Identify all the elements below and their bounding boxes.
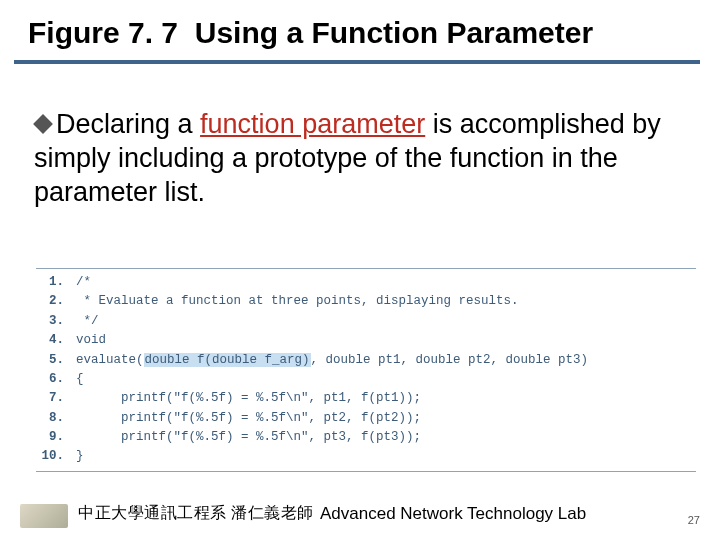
code-text: }	[76, 447, 84, 466]
line-number: 7.	[36, 389, 76, 408]
code-line: 3. */	[36, 312, 696, 331]
code-rule-top	[36, 268, 696, 269]
slide-title: Figure 7. 7 Using a Function Parameter	[28, 16, 700, 50]
code-line: 5.evaluate(double f(double f_arg), doubl…	[36, 351, 696, 370]
line-number: 8.	[36, 409, 76, 428]
code-text: /*	[76, 273, 91, 292]
line-number: 1.	[36, 273, 76, 292]
code-highlight: double f(double f_arg)	[144, 353, 311, 367]
code-listing: 1./* 2. * Evaluate a function at three p…	[36, 268, 696, 476]
footer-text-chinese: 中正大學通訊工程系 潘仁義老師	[78, 503, 314, 524]
code-text: void	[76, 331, 106, 350]
footer-text-english: Advanced Network Technology Lab	[320, 504, 586, 524]
body-pre: Declaring a	[56, 109, 200, 139]
code-line: 2. * Evaluate a function at three points…	[36, 292, 696, 311]
line-number: 3.	[36, 312, 76, 331]
line-number: 4.	[36, 331, 76, 350]
title-text: Using a Function Parameter	[195, 16, 593, 49]
diamond-bullet-icon	[33, 114, 53, 134]
code-rule-bottom	[36, 471, 696, 472]
footer: 中正大學通訊工程系 潘仁義老師 Advanced Network Technol…	[0, 500, 720, 528]
line-number: 9.	[36, 428, 76, 447]
line-number: 5.	[36, 351, 76, 370]
code-line: 6.{	[36, 370, 696, 389]
lab-logo-icon	[20, 504, 68, 528]
line-number: 10.	[36, 447, 76, 466]
code-line: 8. printf("f(%.5f) = %.5f\n", pt2, f(pt2…	[36, 409, 696, 428]
code-line: 4.void	[36, 331, 696, 350]
line-number: 2.	[36, 292, 76, 311]
code-text: {	[76, 370, 84, 389]
code-text: printf("f(%.5f) = %.5f\n", pt1, f(pt1));	[76, 389, 421, 408]
code-line: 9. printf("f(%.5f) = %.5f\n", pt3, f(pt3…	[36, 428, 696, 447]
code-text: printf("f(%.5f) = %.5f\n", pt3, f(pt3));	[76, 428, 421, 447]
code-text: * Evaluate a function at three points, d…	[76, 292, 519, 311]
title-underline	[14, 60, 700, 64]
page-number: 27	[688, 514, 700, 526]
line-number: 6.	[36, 370, 76, 389]
slide: Figure 7. 7 Using a Function Parameter D…	[0, 0, 720, 540]
code-text: */	[76, 312, 99, 331]
code-text: printf("f(%.5f) = %.5f\n", pt2, f(pt2));	[76, 409, 421, 428]
title-figure-number: Figure 7. 7	[28, 16, 178, 49]
body-paragraph: Declaring a function parameter is accomp…	[34, 108, 680, 209]
body-highlight: function parameter	[200, 109, 425, 139]
code-text: evaluate(double f(double f_arg), double …	[76, 351, 588, 370]
code-line: 1./*	[36, 273, 696, 292]
code-line: 10.}	[36, 447, 696, 466]
code-line: 7. printf("f(%.5f) = %.5f\n", pt1, f(pt1…	[36, 389, 696, 408]
